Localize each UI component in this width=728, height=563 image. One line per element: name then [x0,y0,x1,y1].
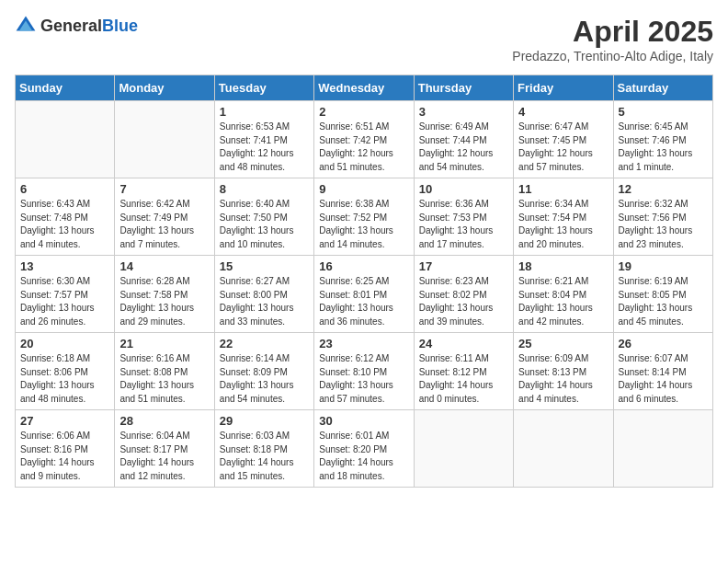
logo-text: GeneralBlue [40,17,138,36]
day-info: Sunrise: 6:06 AMSunset: 8:16 PMDaylight:… [20,430,109,483]
calendar-day-cell: 16Sunrise: 6:25 AMSunset: 8:01 PMDayligh… [314,256,414,333]
calendar-day-cell: 14Sunrise: 6:28 AMSunset: 7:58 PMDayligh… [115,256,214,333]
day-number: 4 [518,105,608,119]
calendar-day-cell: 10Sunrise: 6:36 AMSunset: 7:53 PMDayligh… [414,178,513,256]
day-info: Sunrise: 6:14 AMSunset: 8:09 PMDaylight:… [220,352,309,406]
calendar-day-cell: 26Sunrise: 6:07 AMSunset: 8:14 PMDayligh… [613,333,712,410]
calendar-day-cell: 13Sunrise: 6:30 AMSunset: 7:57 PMDayligh… [16,256,115,333]
calendar-day-cell: 2Sunrise: 6:51 AMSunset: 7:42 PMDaylight… [314,101,414,178]
calendar-day-cell: 3Sunrise: 6:49 AMSunset: 7:44 PMDaylight… [414,101,513,178]
day-number: 7 [119,182,209,196]
weekday-header-cell: Monday [115,75,214,101]
calendar-day-cell [115,101,214,178]
calendar-body: 1Sunrise: 6:53 AMSunset: 7:41 PMDaylight… [16,101,713,488]
calendar-day-cell: 20Sunrise: 6:18 AMSunset: 8:06 PMDayligh… [16,333,115,410]
day-number: 24 [419,337,508,350]
calendar-day-cell: 8Sunrise: 6:40 AMSunset: 7:50 PMDaylight… [214,178,313,256]
day-info: Sunrise: 6:51 AMSunset: 7:42 PMDaylight:… [319,121,408,174]
day-info: Sunrise: 6:28 AMSunset: 7:58 PMDaylight:… [119,275,209,328]
calendar-week-row: 6Sunrise: 6:43 AMSunset: 7:48 PMDaylight… [16,178,713,256]
calendar-day-cell [514,410,613,488]
day-info: Sunrise: 6:27 AMSunset: 8:00 PMDaylight:… [220,275,309,328]
day-number: 15 [220,259,309,273]
calendar-day-cell: 4Sunrise: 6:47 AMSunset: 7:45 PMDaylight… [514,101,613,178]
day-info: Sunrise: 6:49 AMSunset: 7:44 PMDaylight:… [419,121,508,174]
day-info: Sunrise: 6:23 AMSunset: 8:02 PMDaylight:… [419,275,508,328]
calendar-day-cell: 1Sunrise: 6:53 AMSunset: 7:41 PMDaylight… [214,101,313,178]
calendar-day-cell: 21Sunrise: 6:16 AMSunset: 8:08 PMDayligh… [115,333,214,410]
location-title: Predazzo, Trentino-Alto Adige, Italy [512,49,713,63]
day-info: Sunrise: 6:34 AMSunset: 7:54 PMDaylight:… [518,198,608,251]
day-number: 13 [20,259,109,273]
day-info: Sunrise: 6:18 AMSunset: 8:06 PMDaylight:… [20,352,109,406]
day-number: 6 [20,182,109,196]
day-info: Sunrise: 6:42 AMSunset: 7:49 PMDaylight:… [119,198,209,251]
day-number: 20 [20,337,109,350]
calendar-day-cell: 19Sunrise: 6:19 AMSunset: 8:05 PMDayligh… [613,256,712,333]
day-info: Sunrise: 6:19 AMSunset: 8:05 PMDaylight:… [619,275,708,328]
calendar-day-cell: 27Sunrise: 6:06 AMSunset: 8:16 PMDayligh… [16,410,115,488]
day-info: Sunrise: 6:30 AMSunset: 7:57 PMDaylight:… [20,275,109,328]
day-number: 30 [319,414,408,428]
weekday-header-cell: Thursday [414,75,513,101]
day-info: Sunrise: 6:36 AMSunset: 7:53 PMDaylight:… [419,198,508,251]
calendar-day-cell: 18Sunrise: 6:21 AMSunset: 8:04 PMDayligh… [514,256,613,333]
day-info: Sunrise: 6:03 AMSunset: 8:18 PMDaylight:… [220,430,309,483]
day-number: 5 [619,105,708,119]
day-number: 29 [220,414,309,428]
weekday-header-cell: Wednesday [314,75,414,101]
day-number: 8 [220,182,309,196]
calendar-day-cell: 29Sunrise: 6:03 AMSunset: 8:18 PMDayligh… [214,410,313,488]
day-info: Sunrise: 6:32 AMSunset: 7:56 PMDaylight:… [619,198,708,251]
logo: GeneralBlue [15,15,138,37]
day-number: 14 [119,259,209,273]
calendar-day-cell: 11Sunrise: 6:34 AMSunset: 7:54 PMDayligh… [514,178,613,256]
calendar-table: SundayMondayTuesdayWednesdayThursdayFrid… [15,75,713,488]
day-info: Sunrise: 6:04 AMSunset: 8:17 PMDaylight:… [119,430,209,483]
day-number: 26 [619,337,708,350]
weekday-header-cell: Tuesday [214,75,313,101]
day-info: Sunrise: 6:25 AMSunset: 8:01 PMDaylight:… [319,275,408,328]
day-info: Sunrise: 6:43 AMSunset: 7:48 PMDaylight:… [20,198,109,251]
day-number: 11 [518,182,608,196]
day-info: Sunrise: 6:09 AMSunset: 8:13 PMDaylight:… [518,352,608,406]
day-info: Sunrise: 6:53 AMSunset: 7:41 PMDaylight:… [220,121,309,174]
calendar-day-cell: 7Sunrise: 6:42 AMSunset: 7:49 PMDaylight… [115,178,214,256]
weekday-header-row: SundayMondayTuesdayWednesdayThursdayFrid… [16,75,713,101]
calendar-day-cell: 6Sunrise: 6:43 AMSunset: 7:48 PMDaylight… [16,178,115,256]
day-info: Sunrise: 6:07 AMSunset: 8:14 PMDaylight:… [619,352,708,406]
day-info: Sunrise: 6:16 AMSunset: 8:08 PMDaylight:… [119,352,209,406]
calendar-day-cell: 24Sunrise: 6:11 AMSunset: 8:12 PMDayligh… [414,333,513,410]
weekday-header-cell: Sunday [16,75,115,101]
day-number: 21 [119,337,209,350]
month-title: April 2025 [512,15,713,49]
day-number: 16 [319,259,408,273]
calendar-day-cell: 23Sunrise: 6:12 AMSunset: 8:10 PMDayligh… [314,333,414,410]
title-area: April 2025 Predazzo, Trentino-Alto Adige… [512,15,713,63]
day-number: 18 [518,259,608,273]
day-number: 23 [319,337,408,350]
day-number: 3 [419,105,508,119]
calendar-day-cell: 17Sunrise: 6:23 AMSunset: 8:02 PMDayligh… [414,256,513,333]
day-number: 22 [220,337,309,350]
calendar-day-cell: 30Sunrise: 6:01 AMSunset: 8:20 PMDayligh… [314,410,414,488]
calendar-day-cell: 12Sunrise: 6:32 AMSunset: 7:56 PMDayligh… [613,178,712,256]
calendar-week-row: 1Sunrise: 6:53 AMSunset: 7:41 PMDaylight… [16,101,713,178]
day-info: Sunrise: 6:12 AMSunset: 8:10 PMDaylight:… [319,352,408,406]
day-number: 1 [220,105,309,119]
day-number: 17 [419,259,508,273]
day-number: 10 [419,182,508,196]
weekday-header-cell: Saturday [613,75,712,101]
calendar-day-cell: 9Sunrise: 6:38 AMSunset: 7:52 PMDaylight… [314,178,414,256]
calendar-day-cell [414,410,513,488]
weekday-header-cell: Friday [514,75,613,101]
calendar-day-cell: 28Sunrise: 6:04 AMSunset: 8:17 PMDayligh… [115,410,214,488]
day-number: 25 [518,337,608,350]
logo-blue: Blue [102,17,138,35]
day-info: Sunrise: 6:45 AMSunset: 7:46 PMDaylight:… [619,121,708,174]
calendar-week-row: 20Sunrise: 6:18 AMSunset: 8:06 PMDayligh… [16,333,713,410]
calendar-day-cell [16,101,115,178]
calendar-week-row: 27Sunrise: 6:06 AMSunset: 8:16 PMDayligh… [16,410,713,488]
day-number: 19 [619,259,708,273]
day-info: Sunrise: 6:47 AMSunset: 7:45 PMDaylight:… [518,121,608,174]
